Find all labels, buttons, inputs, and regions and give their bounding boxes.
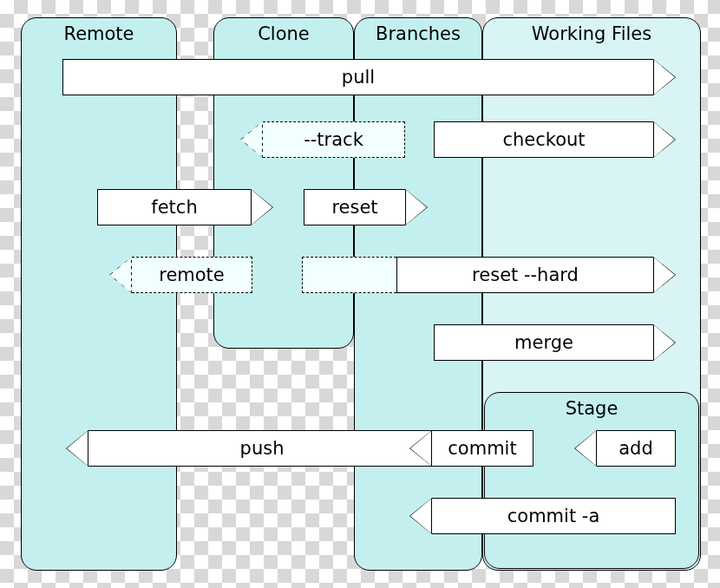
arrow-track: --track [263, 121, 405, 158]
arrow-checkout: checkout [434, 121, 653, 158]
arrow-commit-a: commit -a [432, 498, 676, 534]
arrow-fetch-label: fetch [151, 197, 197, 218]
arrow-reset-hard-label: reset --hard [472, 265, 579, 285]
arrow-push-label: push [240, 438, 285, 459]
arrow-commit-a-label: commit -a [507, 506, 600, 526]
arrow-commit-label: commit [448, 438, 516, 459]
arrow-add-label: add [619, 438, 653, 459]
arrow-reset-label: reset [331, 197, 377, 218]
region-working-files-label: Working Files [483, 23, 700, 44]
arrow-track-label: --track [304, 129, 363, 150]
arrow-reset: reset [304, 189, 405, 225]
arrow-checkout-label: checkout [502, 129, 585, 150]
region-clone-label: Clone [214, 23, 353, 44]
arrow-pull-label: pull [342, 67, 375, 88]
region-stage-label: Stage [485, 398, 698, 419]
arrow-merge-label: merge [514, 332, 573, 353]
arrow-reset-hard-tail [302, 257, 396, 293]
region-branches: Branches [354, 17, 482, 571]
region-stage: Stage [484, 392, 699, 569]
arrow-push: push [88, 430, 436, 467]
arrow-pull: pull [62, 59, 653, 95]
region-remote-label: Remote [22, 23, 176, 44]
region-remote: Remote [21, 17, 177, 571]
arrow-commit: commit [432, 430, 533, 467]
region-branches-label: Branches [355, 23, 481, 44]
arrow-remote: remote [132, 257, 252, 293]
diagram-canvas: Remote Clone Branches Working Files Stag… [0, 0, 720, 588]
arrow-reset-hard: reset --hard [396, 257, 653, 293]
arrow-merge: merge [434, 324, 653, 361]
arrow-remote-label: remote [159, 265, 225, 285]
arrow-add: add [597, 430, 676, 467]
arrow-fetch: fetch [97, 189, 251, 225]
